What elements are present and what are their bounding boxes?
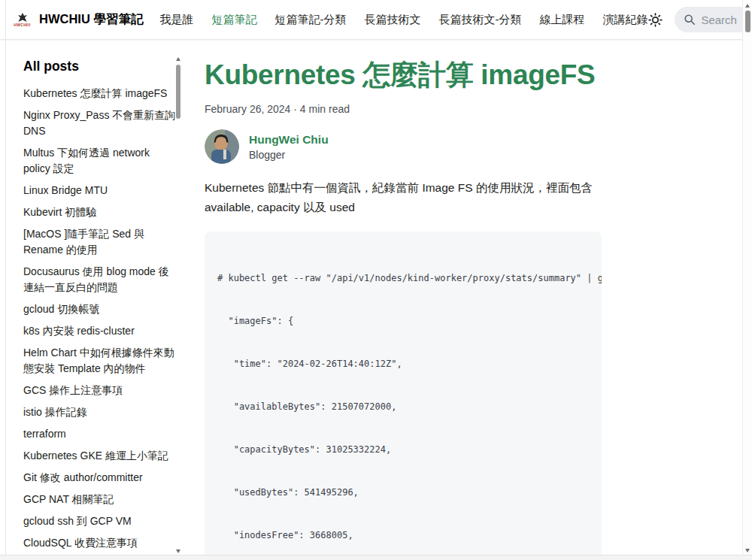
- site-logo: HWCHIU: [12, 13, 32, 27]
- author-info: HungWei Chiu Blogger: [249, 133, 329, 161]
- nav-item-short-notes-categories[interactable]: 短篇筆記-分類: [274, 13, 346, 27]
- sidebar-post-link[interactable]: Kubevirt 初體驗: [23, 204, 178, 220]
- sidebar-post-link[interactable]: Docusaurus 使用 blog mode 後連結一直反白的問題: [23, 264, 178, 295]
- logo-wordmark: HWCHIU: [14, 23, 30, 27]
- theme-toggle-button[interactable]: [647, 12, 663, 28]
- sidebar-post-link[interactable]: Git 修改 author/committer: [23, 470, 178, 486]
- code-block: # kubectl get --raw "/api/v1/nodes/kind-…: [205, 232, 602, 555]
- page-body: All posts Kubernetes 怎麼計算 imageFS Nginx …: [0, 39, 752, 555]
- sidebar-post-link[interactable]: terraform: [23, 426, 178, 442]
- blog-post: Kubernetes 怎麼計算 imageFS February 26, 202…: [205, 39, 602, 555]
- code-content: # kubectl get --raw "/api/v1/nodes/kind-…: [205, 243, 602, 555]
- sidebar-post-link[interactable]: CloudSQL 收費注意事項: [23, 535, 178, 551]
- scroll-up-arrow-icon[interactable]: [176, 57, 180, 61]
- sidebar-post-link[interactable]: Multus 下如何透過 network policy 設定: [23, 145, 178, 177]
- blog-sidebar: All posts Kubernetes 怎麼計算 imageFS Nginx …: [0, 39, 188, 555]
- nav-item-about[interactable]: 我是誰: [159, 13, 193, 27]
- sun-icon: [647, 12, 663, 28]
- sidebar-post-link[interactable]: gcloud 切換帳號: [23, 301, 178, 317]
- code-line: # kubectl get --raw "/api/v1/nodes/kind-…: [217, 271, 589, 286]
- navbar: HWCHIU HWCHIU 學習筆記 我是誰 短篇筆記 短篇筆記-分類 長篇技術…: [0, 0, 752, 39]
- code-line: "time": "2024-02-26T14:40:12Z",: [217, 357, 589, 371]
- nav-item-online-courses[interactable]: 線上課程: [539, 13, 584, 27]
- code-line: "imageFs": {: [217, 314, 589, 328]
- intro-paragraph: Kubernetes 節點中有一個資訊，紀錄當前 Image FS 的使用狀況，…: [205, 178, 602, 216]
- nav-item-talks[interactable]: 演講紀錄: [602, 13, 647, 27]
- sidebar-post-link[interactable]: gcloud ssh 到 GCP VM: [23, 513, 178, 529]
- sidebar-post-link[interactable]: Nginx Proxy_Pass 不會重新查詢 DNS: [23, 107, 178, 139]
- search-placeholder: Search: [701, 14, 737, 26]
- sidebar-post-link[interactable]: Linux Bridge MTU: [23, 183, 178, 198]
- window-edge-divider: [5, 0, 6, 555]
- sidebar-scrollbar[interactable]: [175, 56, 181, 553]
- nav-item-short-notes[interactable]: 短篇筆記: [211, 13, 256, 27]
- navbar-brand[interactable]: HWCHIU HWCHIU 學習筆記: [12, 11, 143, 28]
- post-title: Kubernetes 怎麼計算 imageFS: [205, 59, 602, 92]
- post-meta: February 26, 2024 · 4 min read: [205, 103, 602, 115]
- author-block: HungWei Chiu Blogger: [205, 129, 602, 164]
- code-line: "capacityBytes": 31025332224,: [217, 443, 589, 457]
- sidebar-post-list: Kubernetes 怎麼計算 imageFS Nginx Proxy_Pass…: [23, 86, 188, 551]
- sidebar-post-link[interactable]: [MacOS ]隨手筆記 Sed 與 Rename 的使用: [23, 226, 178, 258]
- navbar-right: Search Ctrl K: [647, 7, 752, 32]
- sidebar-scrollbar-thumb[interactable]: [176, 65, 180, 119]
- sidebar-post-link[interactable]: Kubernetes GKE 維運上小筆記: [23, 448, 178, 464]
- sidebar-post-link[interactable]: k8s 內安裝 redis-cluster: [23, 323, 178, 339]
- sidebar-title: All posts: [23, 59, 188, 74]
- author-avatar[interactable]: [205, 129, 239, 164]
- code-line: "usedBytes": 541495296,: [217, 486, 589, 500]
- navbar-menu: 我是誰 短篇筆記 短篇筆記-分類 長篇技術文 長篇技術文-分類 線上課程 演講紀…: [159, 13, 647, 27]
- sidebar-post-link[interactable]: istio 操作記錄: [23, 404, 178, 420]
- code-line: "inodesFree": 3668005,: [217, 528, 589, 543]
- sidebar-post-link[interactable]: GCP NAT 相關筆記: [23, 492, 178, 507]
- page: HWCHIU HWCHIU 學習筆記 我是誰 短篇筆記 短篇筆記-分類 長篇技術…: [0, 0, 752, 560]
- sidebar-post-link[interactable]: GCS 操作上注意事項: [23, 383, 178, 398]
- search-button[interactable]: Search Ctrl K: [675, 7, 752, 32]
- magnifier-icon: [684, 14, 696, 26]
- nav-item-long-articles[interactable]: 長篇技術文: [364, 13, 420, 27]
- author-photo-icon: [205, 129, 239, 164]
- page-horizontal-scrollbar[interactable]: [0, 555, 752, 560]
- site-title: HWCHIU 學習筆記: [39, 11, 143, 28]
- page-scrollbar-thumb[interactable]: [745, 11, 750, 32]
- scroll-up-arrow-icon[interactable]: [745, 4, 750, 8]
- scroll-down-arrow-icon[interactable]: [745, 549, 750, 552]
- author-role: Blogger: [249, 149, 329, 161]
- nav-item-long-articles-categories[interactable]: 長篇技術文-分類: [438, 13, 521, 27]
- scroll-down-arrow-icon[interactable]: [176, 549, 180, 553]
- code-line: "availableBytes": 21507072000,: [217, 400, 589, 414]
- page-vertical-scrollbar[interactable]: [742, 0, 752, 555]
- author-name-link[interactable]: HungWei Chiu: [249, 133, 329, 147]
- sidebar-post-link[interactable]: Helm Chart 中如何根據條件來動態安裝 Template 內的物件: [23, 345, 178, 377]
- sidebar-post-link[interactable]: Kubernetes 怎麼計算 imageFS: [23, 86, 178, 101]
- logo-mark-icon: [17, 13, 28, 23]
